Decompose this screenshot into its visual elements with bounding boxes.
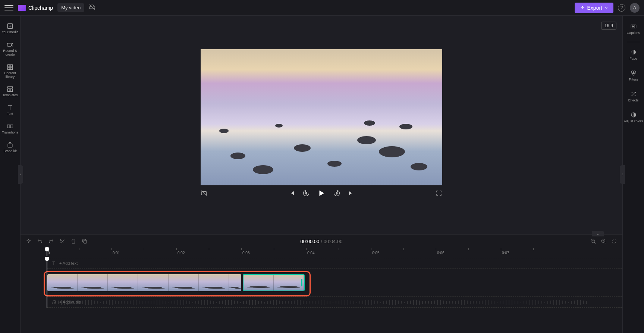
sidebar-item-brand-kit[interactable]: Brand kit (0, 138, 20, 156)
export-button[interactable]: Export (575, 3, 613, 13)
ruler-mark: 0 (48, 251, 50, 255)
timeline-ruler[interactable]: 0 0:01 0:02 0:03 0:04 0:05 0:06 0:07 (21, 248, 622, 256)
zoom-in-button[interactable] (601, 238, 607, 244)
timecode: 00:00.00 / 00:04.00 (301, 239, 343, 244)
sidebar-item-text[interactable]: Text (0, 101, 20, 119)
video-clip-b-selected[interactable] (243, 274, 305, 291)
sidebar-item-label: Transitions (2, 131, 18, 135)
svg-point-18 (60, 242, 62, 243)
play-button[interactable] (317, 189, 326, 197)
playback-controls: 5 5 (201, 185, 442, 201)
menu-button[interactable] (4, 3, 13, 12)
skip-forward-button[interactable] (348, 190, 355, 197)
split-button[interactable] (59, 238, 65, 244)
right-sidebar: CC Captions Fade Filters Effects Adjust … (622, 16, 644, 333)
svg-point-17 (60, 239, 62, 241)
aspect-ratio-chip[interactable]: 16:9 (601, 22, 616, 30)
help-button[interactable]: ? (618, 4, 625, 12)
fullscreen-button[interactable] (436, 190, 442, 197)
library-icon (6, 63, 14, 71)
sidebar-item-your-media[interactable]: Your media (0, 19, 20, 37)
video-title[interactable]: My video (57, 3, 84, 12)
svg-text:5: 5 (305, 192, 307, 194)
sidebar-item-fade[interactable]: Fade (623, 45, 644, 65)
sidebar-item-transitions[interactable]: Transitions (0, 120, 20, 138)
zoom-out-button[interactable] (590, 238, 596, 244)
svg-rect-19 (84, 240, 87, 243)
camera-icon (6, 41, 14, 48)
sidebar-item-content-library[interactable]: Content library (0, 60, 20, 82)
template-icon (6, 85, 14, 93)
adjust-colors-icon (630, 111, 637, 118)
sidebar-item-record-create[interactable]: Record & create (0, 38, 20, 60)
svg-rect-3 (7, 65, 10, 67)
undo-button[interactable] (37, 238, 43, 244)
sidebar-item-label: Record & create (1, 49, 19, 57)
sidebar-item-filters[interactable]: Filters (623, 66, 644, 85)
magic-tool[interactable] (26, 238, 32, 244)
avatar[interactable]: A (630, 3, 640, 13)
sidebar-item-captions[interactable]: CC Captions (623, 19, 644, 39)
video-track[interactable] (47, 271, 622, 294)
forward-5s-button[interactable]: 5 (333, 189, 340, 197)
app-name: Clipchamp (28, 5, 53, 11)
text-icon (51, 261, 56, 266)
sidebar-item-effects[interactable]: Effects (623, 87, 644, 106)
svg-rect-2 (7, 43, 12, 46)
sidebar-item-label: Captions (627, 31, 640, 35)
current-time: 00:00.00 (301, 239, 320, 244)
svg-rect-10 (7, 125, 10, 128)
playhead[interactable] (47, 248, 47, 256)
svg-point-28 (633, 71, 636, 74)
duplicate-button[interactable] (82, 238, 88, 244)
captions-icon: CC (630, 23, 637, 30)
safe-zone-toggle[interactable] (201, 190, 207, 197)
app-logo[interactable]: Clipchamp (18, 5, 53, 11)
text-icon (6, 104, 14, 111)
timeline-tracks: + Add text + Add audio document.write(Ar… (21, 258, 622, 308)
video-canvas[interactable] (201, 49, 442, 185)
sidebar-item-adjust-colors[interactable]: Adjust colors (623, 108, 644, 127)
svg-rect-11 (10, 125, 13, 128)
sidebar-item-label: Fade (629, 57, 637, 61)
sidebar-item-label: Templates (2, 94, 18, 97)
sidebar-item-label: Effects (628, 99, 638, 103)
playhead-line[interactable] (47, 258, 47, 308)
logo-icon (18, 5, 26, 11)
upload-icon (580, 5, 585, 10)
collapse-right-panel[interactable]: ‹ (620, 165, 625, 184)
svg-text:CC: CC (632, 25, 635, 28)
effects-icon (630, 91, 637, 97)
text-track[interactable]: + Add text (47, 258, 622, 269)
sidebar-item-label: Content library (1, 72, 19, 79)
time-separator: / (321, 239, 322, 244)
zoom-fit-button[interactable] (611, 238, 617, 244)
plus-box-icon (6, 22, 14, 30)
total-time: 00:04.00 (324, 239, 343, 244)
sidebar-item-templates[interactable]: Templates (0, 82, 20, 100)
export-label: Export (587, 5, 602, 11)
sync-icon[interactable] (89, 4, 95, 12)
svg-rect-8 (7, 89, 10, 92)
svg-rect-5 (7, 67, 10, 70)
left-sidebar: Your media Record & create Content libra… (0, 16, 21, 333)
sidebar-item-label: Brand kit (3, 150, 17, 153)
chevron-down-icon (604, 6, 608, 10)
redo-button[interactable] (48, 238, 54, 244)
svg-rect-9 (10, 89, 13, 92)
svg-text:5: 5 (336, 192, 337, 194)
sidebar-item-label: Text (7, 112, 13, 116)
preview-area: 16:9 (21, 16, 622, 234)
sidebar-item-label: Your media (1, 31, 18, 34)
skip-back-button[interactable] (288, 190, 295, 197)
svg-rect-12 (8, 144, 12, 147)
divider (627, 42, 640, 42)
delete-button[interactable] (70, 238, 76, 244)
video-clip-a[interactable] (47, 274, 241, 291)
text-track-placeholder: + Add text (59, 261, 78, 266)
svg-rect-6 (10, 67, 13, 70)
timeline-section: ⌄ 00:00.00 / 00:04.00 (21, 234, 622, 333)
rewind-5s-button[interactable]: 5 (302, 189, 310, 197)
ruler-mark: 0:01 (113, 251, 120, 255)
filters-icon (630, 70, 637, 76)
